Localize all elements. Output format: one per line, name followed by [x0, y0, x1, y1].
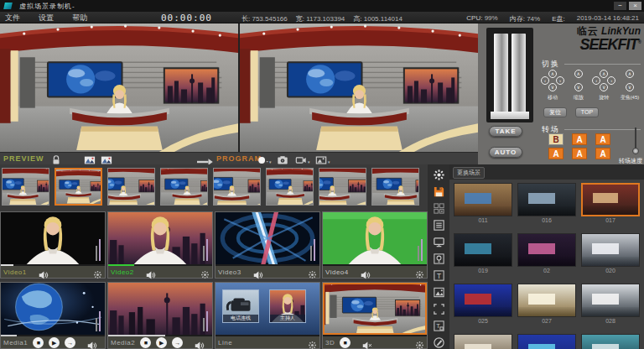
camera-thumb-4[interactable]: [160, 168, 208, 206]
scene-item-030[interactable]: 030: [581, 334, 640, 349]
media-view-Line[interactable]: 电话连线 主持人: [216, 283, 319, 335]
menu-item-1[interactable]: 设置: [39, 13, 54, 23]
scene-thumbnail[interactable]: [517, 284, 576, 317]
dpad-3-up-button[interactable]: ∧: [626, 70, 634, 78]
gear-icon[interactable]: [415, 268, 424, 277]
speaker-icon[interactable]: [361, 268, 371, 276]
export-image-icon[interactable]: ▾: [315, 154, 327, 164]
scene-item-02[interactable]: 02: [517, 233, 576, 273]
settings-icon[interactable]: [433, 169, 445, 181]
dpad-1-up-button[interactable]: ∧: [574, 70, 583, 78]
text-icon[interactable]: T: [433, 269, 445, 282]
transition-button-1[interactable]: A: [572, 133, 587, 145]
image-icon[interactable]: [101, 154, 112, 164]
transition-button-4[interactable]: A: [572, 148, 587, 159]
draw-icon[interactable]: [433, 336, 445, 349]
videocam-icon[interactable]: ▾: [295, 154, 307, 164]
phone-call-tile[interactable]: 电话连线: [222, 289, 259, 323]
scene-thumbnail[interactable]: [517, 183, 576, 216]
video-view-1[interactable]: [1, 212, 105, 264]
scene-thumbnail[interactable]: [517, 233, 576, 267]
play-button[interactable]: ▶: [49, 337, 60, 348]
speaker-icon[interactable]: [146, 268, 156, 276]
speaker-icon[interactable]: [87, 339, 97, 346]
dpad-3-down-button[interactable]: ∨: [626, 83, 634, 91]
media-view-3D[interactable]: [323, 283, 427, 335]
save-icon[interactable]: [433, 185, 445, 198]
camera-thumb-7[interactable]: [319, 168, 366, 206]
media-panel-3D[interactable]: 3D■: [322, 282, 428, 349]
dpad-0-left-button[interactable]: ‹: [541, 76, 549, 85]
gear-icon[interactable]: [93, 268, 102, 277]
video-panel-3[interactable]: Video3: [215, 211, 320, 279]
subtitle-icon[interactable]: T: [433, 320, 445, 332]
swap-icon[interactable]: [195, 154, 215, 164]
media-panel-Media2[interactable]: Media2■▶→: [107, 282, 213, 349]
scene-thumbnail[interactable]: [581, 183, 640, 216]
camera-thumb-2[interactable]: [55, 168, 102, 206]
dpad-0-right-button[interactable]: ›: [556, 76, 564, 85]
scene-item-03[interactable]: 03: [517, 334, 576, 349]
scene-thumbnail[interactable]: [454, 183, 512, 216]
gear-icon[interactable]: [308, 338, 317, 347]
transition-button-3[interactable]: A: [548, 148, 564, 159]
camera-thumb-1[interactable]: [2, 168, 49, 206]
t-bar-handle-right[interactable]: [512, 34, 526, 114]
take-button[interactable]: TAKE: [489, 126, 522, 137]
dpad-1-down-button[interactable]: ∨: [574, 83, 583, 91]
dpad-0-down-button[interactable]: ∨: [548, 83, 557, 91]
camera-thumb-3[interactable]: [107, 168, 155, 206]
gear-icon[interactable]: [415, 338, 424, 347]
t-bar-fader[interactable]: [486, 28, 533, 122]
scene-item-019[interactable]: 019: [454, 233, 512, 273]
scene-thumbnail[interactable]: [454, 334, 512, 349]
media-panel-Media1[interactable]: Media1■▶→: [0, 282, 106, 349]
list-icon[interactable]: [433, 219, 445, 232]
media-panel-Line[interactable]: 电话连线 主持人Line: [215, 282, 320, 349]
reset-button[interactable]: 复位: [543, 107, 567, 117]
menu-item-2[interactable]: 帮助: [72, 13, 87, 23]
play-button[interactable]: ▶: [156, 337, 167, 348]
video-view-3[interactable]: [216, 212, 319, 264]
media-view-Media1[interactable]: [1, 283, 105, 335]
speaker-icon[interactable]: [195, 339, 205, 346]
bulb-icon[interactable]: [433, 253, 445, 265]
lock-icon[interactable]: [50, 154, 62, 164]
dpad-2-down-button[interactable]: ∨: [600, 83, 608, 91]
speaker-icon[interactable]: [253, 268, 263, 276]
host-tile[interactable]: 主持人: [269, 289, 306, 323]
top-button[interactable]: TOP: [575, 107, 599, 117]
camera-icon[interactable]: [277, 154, 288, 164]
dpad-2-up-button[interactable]: ∧: [600, 70, 608, 78]
record-icon[interactable]: ▾: [257, 154, 268, 164]
stop-button[interactable]: ■: [33, 337, 44, 348]
scene-item-011[interactable]: 011: [454, 183, 512, 223]
scene-thumbnail[interactable]: [581, 284, 640, 317]
scene-thumbnail[interactable]: [517, 334, 576, 349]
scene-item-028[interactable]: 028: [581, 284, 640, 324]
camera-thumb-8[interactable]: [371, 168, 419, 206]
preview-monitor[interactable]: [0, 23, 238, 152]
video-panel-4[interactable]: Video4: [322, 211, 428, 279]
transition-button-0[interactable]: B: [548, 133, 564, 145]
camera-thumb-6[interactable]: [266, 168, 314, 206]
scene-thumbnail[interactable]: [454, 233, 512, 267]
forward-button[interactable]: →: [65, 337, 75, 348]
transition-speed-knob[interactable]: [632, 148, 639, 154]
auto-button[interactable]: AUTO: [489, 147, 522, 158]
t-bar-handle-left[interactable]: [494, 34, 508, 114]
dpad-0-up-button[interactable]: ∧: [548, 70, 557, 78]
media-view-Media2[interactable]: [108, 283, 212, 335]
stop-button[interactable]: ■: [340, 337, 351, 348]
frame-icon[interactable]: [433, 303, 445, 315]
scene-thumbnail[interactable]: [454, 284, 512, 317]
scene-item-017[interactable]: 017: [581, 183, 640, 223]
scene-item-025[interactable]: 025: [454, 284, 512, 324]
transition-button-2[interactable]: A: [595, 133, 610, 145]
dpad-2-right-button[interactable]: ›: [607, 76, 615, 85]
forward-button[interactable]: →: [172, 337, 183, 348]
minimize-button[interactable]: −: [614, 2, 626, 10]
close-button[interactable]: ×: [629, 2, 641, 10]
scene-item-027[interactable]: 027: [517, 284, 576, 324]
gear-icon[interactable]: [200, 268, 210, 277]
